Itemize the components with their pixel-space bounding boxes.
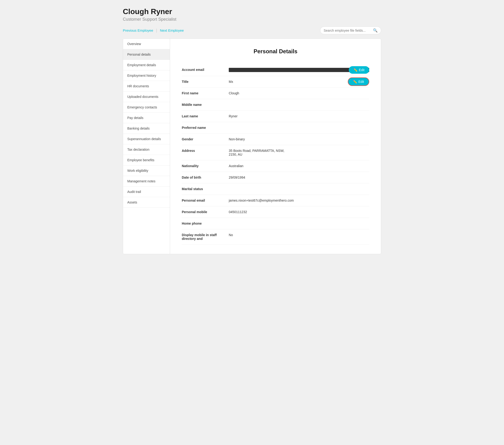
sidebar-item-management-notes[interactable]: Management notes [123,176,170,187]
fields-container: Account email✏️EditTitleMx✏️EditFirst na… [182,64,369,245]
field-value-4: Ryner [229,114,369,118]
field-label-2: First name [182,91,229,95]
field-row-0: Account email✏️Edit [182,64,369,76]
field-label-6: Gender [182,137,229,141]
sidebar-item-employment-details[interactable]: Employment details [123,60,170,70]
search-container: 🔍 [320,27,381,34]
field-row-1: TitleMx✏️Edit [182,76,369,87]
field-label-0: Account email [182,68,229,72]
pencil-icon-0: ✏️ [353,68,358,72]
sidebar-item-overview[interactable]: Overview [123,39,170,49]
field-label-8: Nationality [182,164,229,168]
previous-employee-link[interactable]: Previous Employee [123,28,153,32]
field-value-14: No [229,233,369,237]
field-row-13: Home phone [182,218,369,229]
field-label-5: Preferred name [182,126,229,130]
search-input[interactable] [324,29,373,32]
field-value-6: Non-binary [229,137,369,141]
search-icon[interactable]: 🔍 [373,28,378,33]
field-value-9: 29/09/1994 [229,175,369,179]
employee-name: Clough Ryner [123,7,381,16]
content-area: Personal Details Account email✏️EditTitl… [170,39,381,254]
main-content: OverviewPersonal detailsEmployment detai… [123,38,381,254]
nav-links: Previous Employee | Next Employee [123,28,320,33]
field-value-11: james.nixon+test67c@employmenthero.com [229,199,369,202]
sidebar-item-employee-benefits[interactable]: Employee benefits [123,155,170,166]
field-value-2: Clough [229,91,369,95]
sidebar-item-employment-history[interactable]: Employment history [123,70,170,81]
field-row-9: Date of birth29/09/1994 [182,172,369,183]
sidebar-item-tax-declaration[interactable]: Tax declaration [123,144,170,155]
sidebar-item-banking-details[interactable]: Banking details [123,123,170,134]
pencil-icon-1: ✏️ [353,80,357,84]
employee-job-title: Customer Support Specialist [123,17,381,22]
field-label-7: Address [182,149,229,153]
sidebar-item-pay-details[interactable]: Pay details [123,113,170,123]
page-wrapper: Clough Ryner Customer Support Specialist… [123,7,381,254]
edit-button-1[interactable]: ✏️Edit [348,77,369,86]
field-value-12: 0450111232 [229,210,369,214]
field-value-0 [229,68,369,72]
next-employee-link[interactable]: Next Employee [160,28,184,32]
field-row-12: Personal mobile0450111232 [182,206,369,218]
sidebar-item-work-eligibility[interactable]: Work eligibility [123,166,170,176]
field-label-3: Middle name [182,103,229,106]
sidebar-item-superannuation-details[interactable]: Superannuation details [123,134,170,144]
section-title: Personal Details [182,48,369,55]
field-row-2: First nameClough [182,87,369,99]
field-label-1: Title [182,80,229,84]
field-label-11: Personal email [182,199,229,202]
field-label-13: Home phone [182,222,229,225]
field-row-11: Personal emailjames.nixon+test67c@employ… [182,195,369,206]
field-label-14: Display mobile in staff directory and [182,233,229,240]
field-row-3: Middle name [182,99,369,111]
field-row-4: Last nameRyner [182,111,369,122]
sidebar: OverviewPersonal detailsEmployment detai… [123,39,170,254]
edit-label-0: Edit [359,68,364,72]
edit-label-1: Edit [358,80,364,84]
field-row-7: Address35 Boots Road, PARRAMATTA, NSW, 2… [182,145,369,160]
sidebar-item-uploaded-documents[interactable]: Uploaded documents [123,91,170,102]
nav-separator: | [156,28,157,33]
nav-bar: Previous Employee | Next Employee 🔍 [123,27,381,34]
field-label-4: Last name [182,114,229,118]
field-row-6: GenderNon-binary [182,134,369,145]
field-row-14: Display mobile in staff directory andNo [182,229,369,245]
field-row-10: Marital status [182,183,369,195]
sidebar-item-personal-details[interactable]: Personal details [123,49,170,60]
sidebar-item-assets[interactable]: Assets [123,197,170,208]
sidebar-item-audit-trail[interactable]: Audit trail [123,187,170,197]
field-row-5: Preferred name [182,122,369,134]
field-label-12: Personal mobile [182,210,229,214]
field-row-8: NationalityAustralian [182,160,369,172]
employee-header: Clough Ryner Customer Support Specialist [123,7,381,22]
sidebar-item-hr-documents[interactable]: HR documents [123,81,170,91]
sidebar-item-emergency-contacts[interactable]: Emergency contacts [123,102,170,113]
field-value-7: 35 Boots Road, PARRAMATTA, NSW, 2150, AU [229,149,369,156]
edit-button-0[interactable]: ✏️Edit [349,66,369,74]
field-value-8: Australian [229,164,369,168]
field-label-10: Marital status [182,187,229,191]
field-label-9: Date of birth [182,175,229,179]
